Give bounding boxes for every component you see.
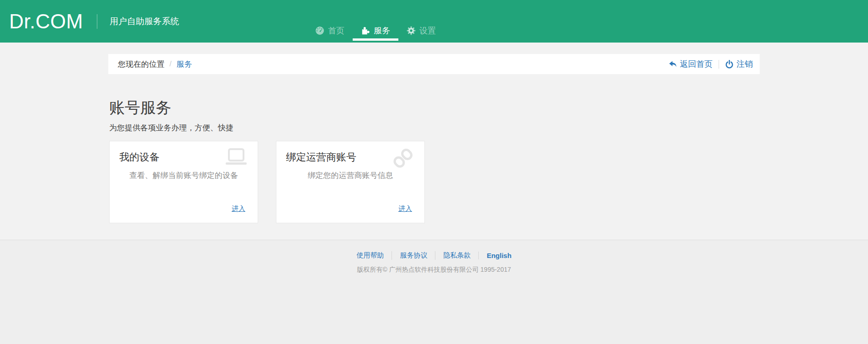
breadcrumb: 您现在的位置 / 服务	[118, 59, 192, 70]
card-my-devices-title: 我的设备	[119, 150, 159, 164]
footer-links: 使用帮助 服务协议 隐私条款 English	[0, 251, 868, 260]
page-subtitle: 为您提供各项业务办理，方便、快捷	[109, 123, 760, 133]
card-bind-operator-title: 绑定运营商账号	[286, 150, 356, 164]
brand-divider	[97, 14, 97, 29]
enter-link-my-devices[interactable]: 进入	[232, 204, 245, 213]
breadcrumb-separator: /	[169, 60, 171, 68]
copyright: 版权所有© 广州热点软件科技股份有限公司 1995-2017	[0, 266, 868, 274]
tab-home-label: 首页	[328, 25, 344, 36]
bar-actions: 返回首页 注销	[668, 59, 753, 70]
tab-settings[interactable]: 设置	[398, 25, 444, 41]
tab-services-label: 服务	[374, 25, 390, 36]
top-nav: 首页 服务	[307, 25, 444, 41]
card-my-devices-description: 查看、解绑当前账号绑定的设备	[110, 170, 258, 181]
chain-link-icon	[392, 147, 414, 171]
brand: Dr.COM 用户自助服务系统	[9, 0, 179, 43]
breadcrumb-prefix: 您现在的位置	[118, 59, 164, 70]
breadcrumb-bar: 您现在的位置 / 服务 返回首页 注销	[108, 54, 760, 74]
breadcrumb-current[interactable]: 服务	[176, 59, 192, 70]
logout-link[interactable]: 注销	[725, 59, 753, 70]
enter-link-bind-operator[interactable]: 进入	[398, 204, 412, 213]
brand-subtitle: 用户自助服务系统	[110, 16, 179, 27]
card-my-devices[interactable]: 我的设备 查看、解绑当前账号绑定的设备 进入	[109, 141, 258, 223]
power-icon	[725, 60, 734, 69]
tab-settings-label: 设置	[419, 25, 436, 36]
gear-icon	[407, 26, 416, 35]
main-content: 账号服务 为您提供各项业务办理，方便、快捷 我的设备 查看、解绑当前账号绑定的设…	[108, 99, 760, 223]
footer-link-service-agreement[interactable]: 服务协议	[392, 251, 427, 260]
footer-link-english[interactable]: English	[478, 252, 511, 259]
back-home-link[interactable]: 返回首页	[668, 59, 713, 70]
footer: 使用帮助 服务协议 隐私条款 English 版权所有© 广州热点软件科技股份有…	[0, 240, 868, 344]
card-bind-operator-description: 绑定您的运营商账号信息	[276, 170, 424, 181]
service-cards: 我的设备 查看、解绑当前账号绑定的设备 进入 绑定运营商账号	[109, 141, 760, 223]
footer-link-help[interactable]: 使用帮助	[356, 251, 384, 260]
header: Dr.COM 用户自助服务系统 首页	[0, 0, 868, 43]
tab-home[interactable]: 首页	[307, 25, 353, 41]
footer-link-privacy[interactable]: 隐私条款	[435, 251, 471, 260]
tab-services[interactable]: 服务	[353, 25, 398, 41]
page-title: 账号服务	[109, 99, 760, 116]
laptop-icon	[225, 147, 247, 168]
dashboard-icon	[315, 26, 324, 35]
back-home-label: 返回首页	[680, 59, 713, 70]
puzzle-icon	[361, 26, 370, 35]
actions-divider	[719, 60, 719, 69]
logout-label: 注销	[736, 59, 753, 70]
reply-icon	[668, 60, 677, 69]
card-bind-operator[interactable]: 绑定运营商账号 绑定您的运营商账号信息 进入	[276, 141, 425, 223]
brand-logo[interactable]: Dr.COM	[9, 11, 83, 32]
